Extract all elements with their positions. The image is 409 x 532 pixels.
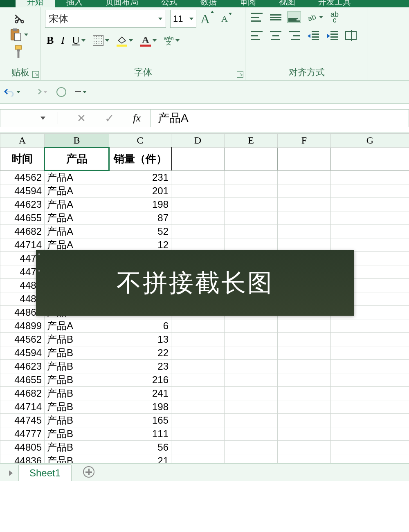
col-header-E[interactable]: E [225,134,278,148]
cell[interactable]: 产品B [45,414,109,427]
cell[interactable]: 201 [109,184,171,198]
cell[interactable] [278,225,331,238]
cell[interactable] [331,184,409,198]
tab-view[interactable]: 视图 [267,0,307,7]
cell[interactable] [331,400,409,414]
cell[interactable]: 44899 [0,319,45,333]
col-header-A[interactable]: A [0,134,45,148]
cell[interactable]: 231 [109,171,171,184]
tab-layout[interactable]: 页面布局 [94,0,150,7]
cell[interactable] [171,400,225,414]
cell[interactable] [225,225,278,238]
cell[interactable] [171,171,225,184]
file-tab[interactable] [0,0,16,7]
cell[interactable]: 44682 [0,387,45,400]
cell[interactable]: 44655 [0,373,45,387]
cell[interactable] [225,427,278,441]
phonetic-button[interactable]: wén文 [162,34,181,47]
cell[interactable]: 产品B [45,441,109,454]
cell[interactable]: 44777 [0,427,45,441]
increase-font-icon[interactable]: A [200,11,210,27]
cell[interactable] [331,171,409,184]
cell[interactable] [171,427,225,441]
cell[interactable] [278,238,331,252]
cell[interactable] [278,319,331,333]
paste-dropdown-icon[interactable] [24,34,28,36]
cell[interactable]: 44594 [0,184,45,198]
cell[interactable] [171,414,225,427]
merge-cells-button[interactable] [344,29,358,42]
cell[interactable] [225,387,278,400]
cell[interactable] [171,198,225,211]
cell[interactable] [225,171,278,184]
sheet-tab[interactable]: Sheet1 [18,465,72,481]
cell[interactable]: 13 [109,333,171,346]
cancel-formula-icon[interactable]: ✕ [77,112,86,125]
cell[interactable] [331,198,409,211]
font-size-select[interactable]: 11 [170,10,196,28]
cell[interactable] [225,441,278,454]
cell[interactable] [225,373,278,387]
cell[interactable]: 产品A [45,198,109,211]
cell[interactable]: 44562 [0,171,45,184]
cell[interactable] [225,360,278,373]
cell[interactable]: 产品B [45,360,109,373]
cell[interactable]: 产品A [45,184,109,198]
header-product[interactable]: 产品 [45,148,109,171]
cell[interactable] [278,211,331,225]
font-launcher-icon[interactable]: ↘ [237,71,243,78]
col-header-C[interactable]: C [109,134,171,148]
cell[interactable] [278,373,331,387]
cell[interactable]: 44714 [0,238,45,252]
align-right-button[interactable] [287,29,302,42]
cell[interactable]: 产品B [45,427,109,441]
font-name-select[interactable]: 宋体 [45,10,166,28]
cell[interactable] [331,387,409,400]
cell[interactable] [171,387,225,400]
cell[interactable]: 产品A [45,238,109,252]
cell[interactable]: 产品B [45,333,109,346]
align-top-button[interactable] [249,11,264,23]
cell[interactable] [278,427,331,441]
header-time[interactable]: 时间 [0,148,45,171]
insert-function-icon[interactable]: fx [133,112,141,124]
cell[interactable] [225,414,278,427]
cell[interactable] [278,346,331,360]
cell[interactable] [225,198,278,211]
col-header-G[interactable]: G [331,134,409,148]
fill-color-button[interactable] [115,34,135,47]
cell[interactable] [171,184,225,198]
cell[interactable] [331,360,409,373]
cell[interactable]: 产品A [45,211,109,225]
cell[interactable] [225,400,278,414]
col-header-D[interactable]: D [171,134,225,148]
cell[interactable]: 产品B [45,373,109,387]
cell[interactable] [225,238,278,252]
cell[interactable]: 56 [109,441,171,454]
align-middle-button[interactable] [268,11,283,23]
formula-input[interactable]: 产品A [151,109,409,127]
cell[interactable]: 44682 [0,225,45,238]
cell[interactable] [331,414,409,427]
cell[interactable] [331,427,409,441]
cell[interactable] [331,225,409,238]
cell[interactable] [331,373,409,387]
cell[interactable] [225,333,278,346]
col-header-F[interactable]: F [278,134,331,148]
align-left-button[interactable] [249,29,264,42]
cell[interactable] [278,400,331,414]
cell[interactable] [171,238,225,252]
cell[interactable]: 产品B [45,400,109,414]
redo-button[interactable] [29,86,49,98]
tab-home[interactable]: 开始 [16,0,55,7]
undo-button[interactable] [2,86,22,98]
add-sheet-icon[interactable] [83,466,94,478]
cell[interactable]: 产品A [45,319,109,333]
qat-circle-button[interactable] [56,87,66,97]
cell[interactable] [278,387,331,400]
tab-insert[interactable]: 插入 [55,0,94,7]
cell[interactable] [171,211,225,225]
wrap-text-button[interactable]: abc [329,10,340,25]
cut-icon[interactable] [12,12,25,25]
cell[interactable]: 44805 [0,441,45,454]
